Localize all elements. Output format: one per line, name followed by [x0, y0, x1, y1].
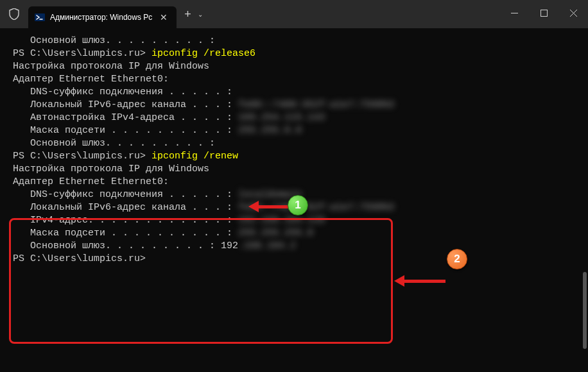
- output-line: Основной шлюз. . . . . . . . . :: [13, 137, 575, 150]
- annotation-badge-1: 1: [288, 195, 308, 216]
- tab-dropdown-button[interactable]: ⌄: [198, 11, 203, 18]
- shield-icon: [8, 8, 21, 21]
- prompt-line: PS C:\Users\lumpics.ru>: [13, 253, 575, 266]
- titlebar: Администратор: Windows Pc ✕ + ⌄: [0, 0, 588, 28]
- minimize-button[interactable]: [499, 0, 529, 26]
- output-line: Настройка протокола IP для Windows: [13, 60, 575, 73]
- new-tab-button[interactable]: +: [184, 8, 191, 21]
- tab-title: Администратор: Windows Pc: [50, 13, 152, 22]
- annotation-badge-2: 2: [447, 249, 467, 269]
- output-line: Локальный IPv6-адрес канала . . . : fe80…: [13, 99, 575, 112]
- scrollbar-thumb[interactable]: [583, 272, 587, 349]
- output-line: Маска подсети . . . . . . . . . . : 255.…: [13, 227, 575, 240]
- output-line: Адаптер Ethernet Ethernet0:: [13, 176, 575, 189]
- window-controls: [499, 0, 588, 26]
- output-line: DNS-суффикс подключения . . . . . :: [13, 86, 575, 99]
- output-line: Основной шлюз. . . . . . . . . : 192.168…: [13, 240, 575, 253]
- output-line: Маска подсети . . . . . . . . . . : 255.…: [13, 124, 575, 137]
- terminal-window: Администратор: Windows Pc ✕ + ⌄ Основной…: [0, 0, 588, 372]
- output-line: Автонастройка IPv4-адреса . . . . : 169.…: [13, 112, 575, 124]
- tab-active[interactable]: Администратор: Windows Pc ✕: [28, 6, 177, 28]
- powershell-icon: [35, 12, 45, 22]
- prompt-line: PS C:\Users\lumpics.ru> ipconfig /renew: [13, 150, 575, 163]
- prompt-line: PS C:\Users\lumpics.ru> ipconfig /releas…: [13, 47, 575, 60]
- output-line: Адаптер Ethernet Ethernet0:: [13, 73, 575, 86]
- close-button[interactable]: [558, 0, 588, 26]
- tab-close-button[interactable]: ✕: [157, 12, 170, 22]
- output-line: Настройка протокола IP для Windows: [13, 163, 575, 176]
- output-line: IPv4-адрес. . . . . . . . . . . . : 192.…: [13, 214, 575, 227]
- output-line: Основной шлюз. . . . . . . . . :: [13, 35, 575, 47]
- svg-rect-2: [540, 10, 547, 16]
- maximize-button[interactable]: [529, 0, 558, 26]
